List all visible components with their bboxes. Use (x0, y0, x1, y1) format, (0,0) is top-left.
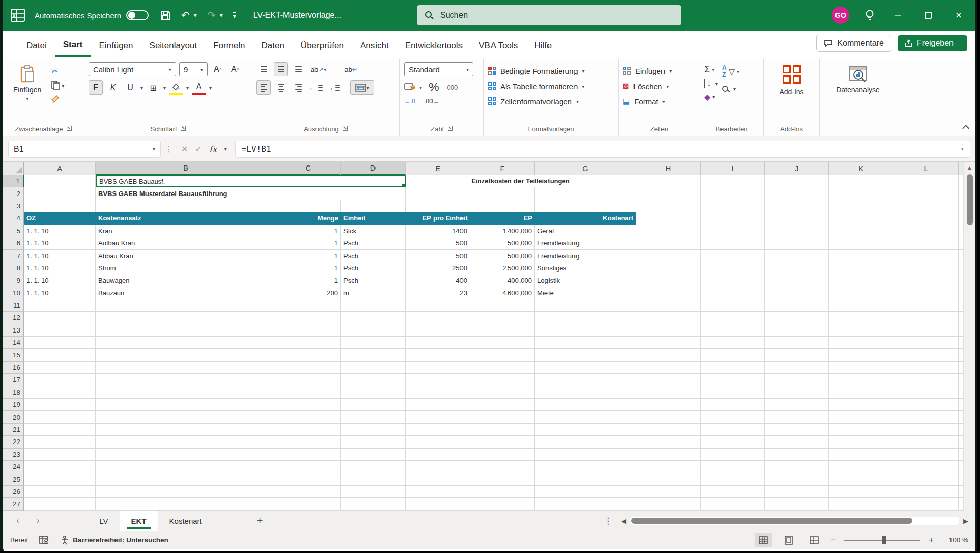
row-header-26[interactable]: 26 (3, 486, 24, 498)
cell-C7[interactable]: 1 (276, 250, 341, 262)
clear-button[interactable]: ◆▾ (704, 92, 718, 102)
cell-E8[interactable]: 2500 (406, 262, 470, 274)
tab-formeln[interactable]: Formeln (205, 34, 253, 56)
cell-E25[interactable] (406, 473, 470, 485)
font-color-chevron-icon[interactable]: ▾ (209, 85, 212, 91)
fill-button[interactable]: ↓▾ (704, 79, 718, 88)
cell-F2[interactable] (470, 187, 535, 200)
cell-G3[interactable] (535, 200, 636, 212)
cell-F16[interactable] (470, 362, 535, 374)
cell-B3[interactable] (96, 200, 276, 212)
formula-bar-dots-icon[interactable]: ⋮ (165, 144, 173, 154)
tab-start[interactable]: Start (55, 33, 91, 57)
paste-button[interactable]: Einfügen ▾ (7, 62, 47, 104)
row-header-8[interactable]: 8 (3, 262, 24, 274)
underline-chevron-icon[interactable]: ▾ (140, 85, 143, 91)
cell-C9[interactable]: 1 (276, 274, 341, 287)
cell-A13[interactable] (24, 324, 96, 337)
font-color-icon[interactable]: A (192, 80, 206, 95)
cell-K3[interactable] (829, 200, 893, 212)
cell-D16[interactable] (341, 362, 406, 374)
cell-D26[interactable] (341, 486, 406, 498)
cell-H3[interactable] (636, 200, 701, 212)
column-header-B[interactable]: B (96, 162, 276, 175)
cell-J18[interactable] (765, 386, 829, 399)
cell-K15[interactable] (829, 349, 893, 361)
cell-A22[interactable] (24, 436, 96, 448)
cell-K17[interactable] (829, 374, 893, 386)
cell-H23[interactable] (636, 449, 701, 461)
tab-entwicklertools[interactable]: Entwicklertools (397, 34, 471, 56)
row-header-6[interactable]: 6 (3, 237, 24, 250)
cell-G19[interactable] (535, 399, 636, 411)
cell-A27[interactable] (24, 498, 96, 510)
normal-view-button[interactable] (755, 533, 772, 547)
row-header-7[interactable]: 7 (3, 250, 24, 262)
format-as-table-button[interactable]: Als Tabelle formatieren▾ (488, 78, 614, 94)
column-header-E[interactable]: E (406, 162, 470, 175)
cell-A8[interactable]: 1. 1. 10 (24, 262, 96, 274)
cell-I22[interactable] (701, 436, 765, 448)
cell-G6[interactable]: Fremdleistung (535, 237, 636, 250)
cell-G15[interactable] (535, 349, 636, 361)
cell-E3[interactable] (406, 200, 470, 212)
cell-C10[interactable]: 200 (276, 287, 341, 299)
cell-E27[interactable] (406, 498, 470, 510)
increase-font-icon[interactable]: A˄ (211, 62, 225, 76)
cell-K26[interactable] (829, 486, 893, 498)
cell-F9[interactable]: 400,000 (470, 274, 535, 287)
cell-E21[interactable] (406, 424, 470, 436)
table-header-B4[interactable]: Kostenansatz (96, 212, 276, 225)
cell-B2[interactable]: BVBS GAEB Musterdatei Bauausführung (96, 187, 406, 200)
tab-datei[interactable]: Datei (18, 34, 55, 56)
cell-E14[interactable] (406, 337, 470, 349)
borders-chevron-icon[interactable]: ▾ (163, 85, 166, 91)
cell-F11[interactable] (470, 299, 535, 312)
cell-L3[interactable] (893, 200, 959, 212)
cell-A7[interactable]: 1. 1. 10 (24, 250, 96, 262)
formula-expand-chevron-icon[interactable]: ▾ (961, 146, 964, 152)
cell-L22[interactable] (893, 436, 959, 448)
scroll-left-icon[interactable]: ◀ (621, 517, 626, 525)
cell-C5[interactable]: 1 (276, 225, 341, 237)
cell-G12[interactable] (535, 312, 636, 324)
currency-chevron-icon[interactable]: ▾ (419, 85, 422, 90)
align-right-icon[interactable] (291, 80, 305, 95)
collapse-ribbon-icon[interactable] (962, 125, 969, 132)
delete-cells-button[interactable]: ⊠ Löschen▾ (623, 78, 696, 94)
cell-E10[interactable]: 23 (406, 287, 470, 299)
cell-D22[interactable] (341, 436, 406, 448)
cell-A11[interactable] (24, 299, 96, 312)
cell-H12[interactable] (636, 312, 701, 324)
excel-logo-icon[interactable]: X (10, 8, 25, 23)
cell-H8[interactable] (636, 262, 701, 274)
align-middle-icon[interactable] (274, 62, 288, 76)
cell-K10[interactable] (829, 287, 893, 299)
cell-C19[interactable] (276, 399, 341, 411)
cell-F12[interactable] (470, 312, 535, 324)
cancel-entry-icon[interactable]: ✕ (181, 144, 188, 154)
cell-J9[interactable] (765, 274, 829, 287)
cell-A26[interactable] (24, 486, 96, 498)
wrap-text-icon[interactable]: ab↵ (341, 62, 361, 76)
cell-B7[interactable]: Abbau Kran (96, 250, 276, 262)
cell-D5[interactable]: Stck (341, 225, 406, 237)
cell-A18[interactable] (24, 386, 96, 399)
cell-K24[interactable] (829, 461, 893, 473)
table-header-E4[interactable]: EP pro Einheit (406, 212, 470, 225)
row-header-18[interactable]: 18 (3, 386, 24, 399)
column-header-H[interactable]: H (636, 162, 701, 175)
cell-D24[interactable] (341, 461, 406, 473)
column-header-L[interactable]: L (893, 162, 959, 175)
cell-B17[interactable] (96, 374, 276, 386)
cell-L16[interactable] (893, 362, 959, 374)
undo-button[interactable]: ↶ (181, 9, 190, 21)
align-top-icon[interactable] (256, 62, 271, 76)
cell-K11[interactable] (829, 299, 893, 312)
currency-icon[interactable] (404, 82, 416, 92)
cell-A15[interactable] (24, 349, 96, 361)
cell-A25[interactable] (24, 473, 96, 485)
cell-B24[interactable] (96, 461, 276, 473)
format-painter-icon[interactable] (51, 95, 64, 103)
cell-F22[interactable] (470, 436, 535, 448)
